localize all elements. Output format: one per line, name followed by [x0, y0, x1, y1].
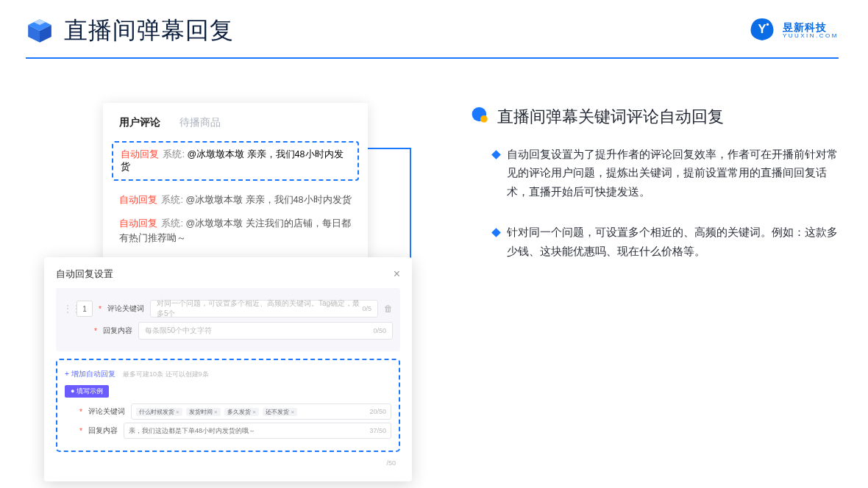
logo-cn: 昱新科技	[783, 22, 839, 33]
keyword-label: 评论关键词	[107, 304, 144, 314]
bullet-2: 针对同一个问题，可设置多个相近的、高频的关键词。例如：这款多少钱、这块能优惠吗、…	[493, 223, 839, 261]
example-keyword-counter: 20/50	[369, 408, 386, 415]
section-title: 直播间弹幕关键词评论自动回复	[497, 106, 724, 128]
example-content-text: 亲，我们这边都是下单48小时内发货的哦～	[129, 426, 255, 436]
logo-en: YUUXIN.COM	[783, 33, 839, 40]
bullet-2-text: 针对同一个问题，可设置多个相近的、高频的关键词。例如：这款多少钱、这块能优惠吗、…	[507, 223, 839, 261]
comment-row: 自动回复 系统: @冰墩墩本墩 关注我们的店铺，每日都有热门推荐呦～	[103, 212, 368, 250]
sequence-number: 1	[77, 301, 93, 317]
required-asterisk: *	[99, 305, 102, 313]
auto-reply-badge: 自动回复	[119, 218, 157, 229]
drag-handle-icon[interactable]: ⋮⋮	[63, 304, 71, 314]
keyword-input[interactable]: 对同一个问题，可设置多个相近、高频的关键词。Tag确定，最多5个 0/5	[150, 300, 378, 317]
modal-title: 自动回复设置	[56, 268, 113, 281]
example-tags: 什么时候发货× 发货时间× 多久发货× 还不发货×	[136, 408, 299, 416]
add-auto-reply-link[interactable]: + 增加自动回复	[65, 370, 115, 378]
content-counter: 0/50	[373, 327, 386, 334]
highlighted-comment: 自动回复 系统: @冰墩墩本墩 亲亲，我们48小时内发货	[112, 141, 359, 181]
example-keyword-input[interactable]: 什么时候发货× 发货时间× 多久发货× 还不发货× 20/50	[131, 403, 391, 420]
comments-panel: 用户评论 待播商品 自动回复 系统: @冰墩墩本墩 亲亲，我们48小时内发货 自…	[103, 103, 368, 269]
add-limit-hint: 最多可建10条 还可以创建9条	[123, 370, 209, 378]
auto-reply-badge: 自动回复	[119, 195, 157, 205]
keyword-placeholder: 对同一个问题，可设置多个相近、高频的关键词。Tag确定，最多5个	[157, 298, 363, 319]
logo-icon: Y	[749, 16, 775, 46]
required-asterisk: *	[79, 408, 82, 416]
required-asterisk: *	[79, 427, 82, 435]
content-placeholder: 每条限50个中文字符	[145, 326, 212, 336]
example-content-input[interactable]: 亲，我们这边都是下单48小时内发货的哦～ 37/50	[124, 423, 391, 439]
svg-point-5	[766, 24, 769, 26]
comment-text: @冰墩墩本墩 亲亲，我们48小时内发货	[185, 195, 351, 205]
brand-logo: Y 昱新科技 YUUXIN.COM	[749, 16, 839, 46]
svg-text:Y: Y	[758, 22, 766, 35]
auto-reply-badge: 自动回复	[121, 149, 159, 159]
bullet-1: 自动回复设置为了提升作者的评论回复效率，作者可在开播前针对常见的评论用户问题，提…	[493, 146, 839, 201]
bottom-counter: /50	[386, 459, 396, 467]
example-content-label: 回复内容	[88, 426, 118, 436]
diamond-icon	[491, 228, 501, 237]
required-asterisk: *	[94, 327, 97, 335]
example-content-counter: 37/50	[369, 427, 386, 434]
page-title: 直播间弹幕回复	[64, 15, 234, 47]
tab-pending-goods[interactable]: 待播商品	[179, 116, 221, 129]
cube-icon	[26, 17, 54, 45]
system-label: 系统:	[163, 149, 184, 159]
example-pill: ● 填写示例	[65, 385, 109, 398]
svg-point-7	[480, 115, 488, 123]
diamond-icon	[491, 150, 501, 159]
chat-bubble-icon	[471, 106, 490, 128]
example-keyword-label: 评论关键词	[88, 406, 125, 417]
system-label: 系统:	[161, 218, 182, 229]
keyword-counter: 0/5	[362, 305, 371, 312]
example-box: + 增加自动回复 最多可建10条 还可以创建9条 ● 填写示例 * 评论关键词 …	[56, 359, 400, 452]
comment-row: 自动回复 系统: @冰墩墩本墩 亲亲，我们48小时内发货	[103, 188, 368, 212]
system-label: 系统:	[161, 195, 182, 205]
tab-user-comments[interactable]: 用户评论	[119, 116, 160, 129]
auto-reply-settings-modal: 自动回复设置 × ⋮⋮ 1 * 评论关键词 对同一个问题，可设置多个相近、高频的…	[44, 257, 412, 481]
content-label: 回复内容	[103, 326, 132, 336]
bullet-1-text: 自动回复设置为了提升作者的评论回复效率，作者可在开播前针对常见的评论用户问题，提…	[507, 146, 839, 201]
close-icon[interactable]: ×	[394, 268, 400, 281]
content-input[interactable]: 每条限50个中文字符 0/50	[138, 322, 393, 340]
delete-icon[interactable]: 🗑	[384, 304, 393, 314]
